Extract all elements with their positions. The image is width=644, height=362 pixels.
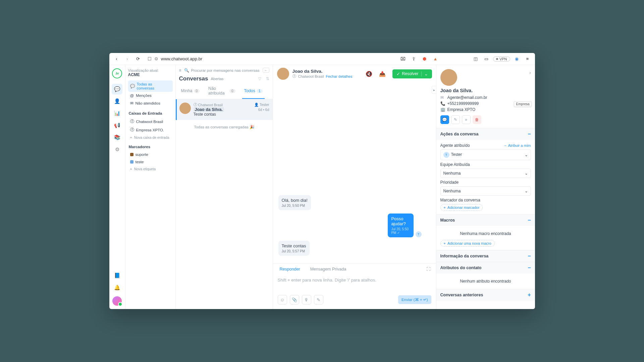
sidebar-header-labels: Marcadores <box>129 145 173 149</box>
close-details-link[interactable]: Fechar detalhes <box>326 74 353 78</box>
message-incoming: Teste contas Jul 20, 5:57 PM <box>278 241 310 256</box>
wallet-icon[interactable]: ▭ <box>482 55 490 63</box>
assign-to-me-link[interactable]: → Atribuir a mim <box>503 143 531 147</box>
sidebar-icon[interactable]: ◫ <box>472 55 480 63</box>
priority-select[interactable]: Nenhuma⌄ <box>440 186 531 196</box>
tab-mine[interactable]: Minha0 <box>179 83 202 99</box>
sidebar-item-mentions[interactable]: @Menções <box>128 92 173 99</box>
conversation-search[interactable]: 🔍 Procurar por mensagens nas conversas <box>184 68 260 73</box>
conversation-contact-name: Joao da Silva. <box>194 107 224 112</box>
sidebar-label-teste[interactable]: teste <box>128 158 173 166</box>
section-conversation-info[interactable]: Informação da conversa− <box>436 250 535 262</box>
delete-contact-button[interactable]: 🗑 <box>473 115 481 124</box>
mute-icon[interactable]: 🔇 <box>366 71 372 77</box>
chevron-down-icon[interactable]: ⌄ <box>421 71 428 76</box>
sidebar-item-all-conversations[interactable]: 💬Todas as conversas <box>128 80 173 92</box>
rail-notifications-icon[interactable]: 🔔 <box>112 282 122 293</box>
add-macro-chip[interactable]: +Adicionar uma nova macro <box>440 240 495 247</box>
chat-icon: 💬 <box>130 84 135 88</box>
reload-button[interactable]: ⟳ <box>134 55 142 63</box>
sidebar-item-unattended[interactable]: ✉Não atendidos <box>128 99 173 107</box>
sidebar-inbox-xpto[interactable]: ⓕEmpresa XPTO. <box>128 126 173 134</box>
reply-input[interactable] <box>278 278 431 288</box>
browser-toolbar: ‹ › ⟳ ☐ ⚙ www.chatwoot.app.br ⌧ ⇪ ⬢ ▲ ◫ … <box>109 53 535 65</box>
rail-conversations-icon[interactable]: 💬 <box>112 84 122 95</box>
nav-back-button[interactable]: ‹ <box>113 55 121 63</box>
share-icon[interactable]: ⇪ <box>410 55 418 63</box>
send-button[interactable]: Enviar (⌘ + ↵) <box>398 295 431 304</box>
sidebar-new-label[interactable]: +Nova etiqueta <box>128 166 173 172</box>
message-text: Olá, bom dia! <box>282 198 308 203</box>
audio-button[interactable]: 🎙 <box>302 295 311 304</box>
devices-icon[interactable]: ⌧ <box>399 55 407 63</box>
merge-contact-button[interactable]: » <box>462 115 471 124</box>
avatar[interactable] <box>440 69 457 86</box>
team-select[interactable]: Nenhuma⌄ <box>440 169 531 178</box>
tab-unassigned[interactable]: Não atribuída0 <box>206 83 237 99</box>
contact-email[interactable]: ✉Agente@email.com.br <box>440 95 531 100</box>
shield-icon[interactable]: ⬢ <box>421 55 429 63</box>
rail-reports-icon[interactable]: 📊 <box>112 108 122 119</box>
signature-button[interactable]: ✎ <box>314 295 323 304</box>
section-macros[interactable]: Macros− <box>436 215 535 226</box>
rail-contacts-icon[interactable]: 👤 <box>112 96 122 107</box>
globe-icon[interactable]: ◉ <box>513 55 521 63</box>
agent-avatar: T <box>416 231 422 237</box>
tab-all[interactable]: Todos1 <box>242 83 265 99</box>
team-label: Equipe Atribuída <box>440 162 470 167</box>
add-label-chip[interactable]: +Adicionar marcador <box>440 204 483 211</box>
conversation-source: ⓕChatwoot Brasil <box>194 103 223 107</box>
minus-icon: − <box>528 265 531 271</box>
app-rail: .br 💬 👤 📊 📢 📚 ⚙ 📘 🔔 <box>109 65 125 309</box>
rail-campaigns-icon[interactable]: 📢 <box>112 120 122 131</box>
rail-helpcenter-icon[interactable]: 📚 <box>112 132 122 143</box>
avatar[interactable] <box>277 68 289 80</box>
send-transcript-icon[interactable]: 📤 <box>379 71 386 77</box>
email-icon: ✉ <box>440 95 445 100</box>
attach-button[interactable]: 📎 <box>290 295 299 304</box>
sidebar-new-inbox[interactable]: +Nova caixa de entrada <box>128 134 173 141</box>
facebook-icon: ⓕ <box>194 103 197 107</box>
expand-editor-icon[interactable]: ⛶ <box>425 267 432 272</box>
filter-icon[interactable]: ▽ <box>258 76 261 81</box>
url-text[interactable]: www.chatwoot.app.br <box>161 56 203 61</box>
message-timestamp: Jul 20, 5:50 PM ✓ <box>391 227 410 235</box>
conversation-item[interactable]: ⓕChatwoot Brasil 👤 Tester Joao da Silva.… <box>176 99 273 120</box>
agent-select[interactable]: TTester⌄ <box>440 149 531 160</box>
vpn-button[interactable]: VPN <box>493 56 510 62</box>
section-previous-conversations[interactable]: Conversas anteriores+ <box>436 289 535 301</box>
section-conversation-actions[interactable]: Ações da conversa− <box>436 128 535 140</box>
sidebar-inbox-chatwoot[interactable]: ⓕChatwoot Brasil <box>128 117 173 126</box>
edit-contact-button[interactable]: ✎ <box>451 115 460 124</box>
list-toggle-icon[interactable]: ≡ <box>179 68 181 73</box>
contact-company[interactable]: 🏢Empresa XPTO <box>440 107 531 112</box>
collapse-search-icon[interactable]: ← <box>263 68 269 73</box>
sidebar-label-suporte[interactable]: suporte <box>128 151 173 158</box>
sort-icon[interactable]: ⇅ <box>266 76 269 81</box>
plus-icon: + <box>130 167 132 171</box>
section-contact-attributes[interactable]: Atributos do contato− <box>436 262 535 274</box>
conversation-snippet: Teste contas <box>194 112 269 117</box>
new-conversation-button[interactable]: 💬 <box>440 115 449 124</box>
bookmark-icon[interactable]: ☐ <box>148 56 152 61</box>
contact-details-panel: › Joao da Silva. ✉Agente@email.com.br 📞+… <box>436 65 535 309</box>
expand-contact-icon[interactable]: › <box>530 70 531 75</box>
status-filter[interactable]: Abertas <box>211 77 223 81</box>
brave-icon[interactable]: ▲ <box>431 55 439 63</box>
app-logo[interactable]: .br <box>112 68 122 78</box>
account-name[interactable]: ACME <box>128 72 173 77</box>
resolve-button[interactable]: ✓Resolver⌄ <box>392 69 432 78</box>
nav-forward-button[interactable]: › <box>123 55 131 63</box>
conversation-list: ≡ 🔍 Procurar por mensagens nas conversas… <box>176 65 273 309</box>
menu-icon[interactable]: ≡ <box>524 55 532 63</box>
sidebar-nav: Visualização atual: ACME 💬Todas as conve… <box>125 65 176 309</box>
rail-avatar[interactable] <box>112 296 122 306</box>
rail-docs-icon[interactable]: 📘 <box>112 270 122 281</box>
tab-private-note[interactable]: Mensagem Privada <box>308 263 349 275</box>
emoji-button[interactable]: ☺ <box>278 295 287 304</box>
chat-contact-name[interactable]: Joao da Silva. <box>292 69 353 74</box>
tab-reply[interactable]: Responder <box>277 263 303 275</box>
collapse-details-handle[interactable]: ▸ <box>432 86 436 94</box>
rail-settings-icon[interactable]: ⚙ <box>112 144 122 155</box>
conv-label-label: Marcador da conversa <box>440 198 480 202</box>
